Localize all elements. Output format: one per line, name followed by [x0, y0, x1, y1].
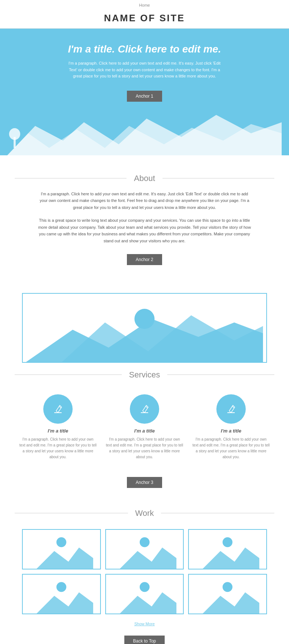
about-title: About	[127, 174, 162, 183]
svg-point-15	[56, 537, 66, 547]
work-grid	[0, 525, 289, 618]
top-nav: Home	[0, 0, 289, 9]
hero-mountains	[7, 111, 282, 155]
anchor-1-button[interactable]: Anchor 1	[127, 91, 162, 102]
services-title: Services	[122, 370, 167, 380]
work-item-4[interactable]	[22, 574, 101, 614]
about-divider: About	[15, 174, 274, 183]
work-item-6[interactable]	[188, 574, 267, 614]
svg-point-21	[223, 537, 233, 547]
services-section: I'm a title I'm a paragraph. Click here …	[0, 380, 289, 509]
work-item-2[interactable]	[105, 529, 184, 569]
service-icon-1	[43, 394, 73, 424]
service-item-2: I'm a title I'm a paragraph. Click here …	[106, 394, 183, 460]
back-to-top-button[interactable]: Back to Top	[124, 636, 165, 644]
service-paragraph-1[interactable]: I'm a paragraph. Click here to add your …	[19, 437, 97, 460]
work-section: Show More Back to Top	[0, 518, 289, 644]
svg-point-3	[9, 128, 20, 140]
hero-heading[interactable]: I'm a title. Click here to edit me.	[7, 43, 282, 55]
services-grid: I'm a title I'm a paragraph. Click here …	[0, 387, 289, 467]
service-paragraph-2[interactable]: I'm a paragraph. Click here to add your …	[106, 437, 183, 460]
site-title: NAME OF SITE	[0, 9, 289, 29]
work-item-1[interactable]	[22, 529, 101, 569]
hero-content: I'm a title. Click here to edit me. I'm …	[7, 43, 282, 105]
anchor-3-button[interactable]: Anchor 3	[127, 477, 162, 488]
work-title: Work	[128, 509, 161, 518]
service-title-1[interactable]: I'm a title	[19, 428, 97, 434]
work-item-5[interactable]	[105, 574, 184, 614]
service-icon-3	[216, 394, 246, 424]
large-image-placeholder	[22, 293, 267, 363]
work-item-3[interactable]	[188, 529, 267, 569]
service-title-2[interactable]: I'm a title	[106, 428, 183, 434]
svg-point-18	[140, 537, 150, 547]
show-more-link[interactable]: Show More	[0, 622, 289, 626]
spacer-1	[0, 155, 289, 174]
svg-point-30	[223, 582, 233, 592]
service-item-1: I'm a title I'm a paragraph. Click here …	[19, 394, 97, 460]
service-item-3: I'm a title I'm a paragraph. Click here …	[192, 394, 270, 460]
svg-point-24	[56, 582, 66, 592]
work-divider: Work	[15, 509, 274, 518]
about-section: I'm a paragraph. Click here to add your …	[0, 183, 289, 286]
svg-point-27	[140, 582, 150, 592]
service-paragraph-3[interactable]: I'm a paragraph. Click here to add your …	[192, 437, 270, 460]
services-divider: Services	[15, 370, 274, 380]
hero-paragraph[interactable]: I'm a paragraph. Click here to add your …	[67, 60, 222, 80]
hero-section: I'm a title. Click here to edit me. I'm …	[0, 29, 289, 155]
service-title-3[interactable]: I'm a title	[192, 428, 270, 434]
about-paragraph-1[interactable]: I'm a paragraph. Click here to add your …	[37, 191, 252, 211]
anchor-2-button[interactable]: Anchor 2	[127, 254, 162, 265]
about-paragraph-2[interactable]: This is a great space to write long text…	[37, 217, 252, 245]
nav-home[interactable]: Home	[139, 3, 150, 7]
service-icon-2	[130, 394, 159, 424]
